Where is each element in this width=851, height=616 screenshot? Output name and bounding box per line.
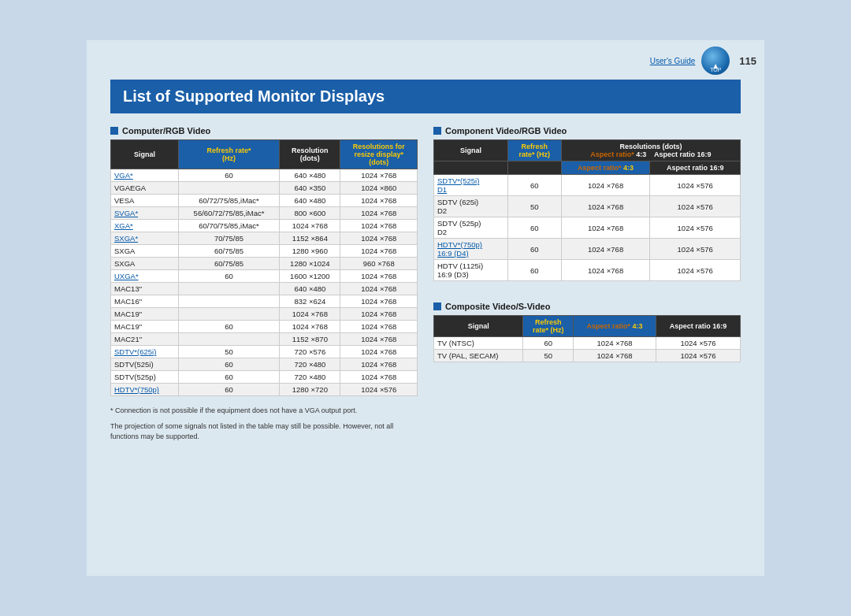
comp-col-refresh: Refreshrate* (Hz)	[507, 140, 561, 161]
csv-col-signal: Signal	[434, 316, 523, 337]
component-rgb-table: Signal Refreshrate* (Hz) Resolutions (do…	[433, 139, 741, 281]
main-content: Computer/RGB Video Signal Refresh rate*(…	[110, 126, 741, 443]
col-refresh: Refresh rate*(Hz)	[178, 140, 279, 169]
csv-col-43: Aspect ratio* 4:3	[574, 316, 656, 337]
composite-svideo-title: Composite Video/S-Video	[433, 302, 741, 311]
component-rgb-section: Component Video/RGB Video Signal Refresh…	[433, 126, 741, 291]
csv-col-refresh: Refreshrate* (Hz)	[523, 316, 574, 337]
comp-col-43: Aspect ratio* 4:3	[561, 161, 650, 175]
comp-col-169: Aspect ratio 16:9	[650, 161, 741, 175]
top-icon[interactable]: TOP	[701, 46, 730, 75]
composite-svideo-table: Signal Refreshrate* (Hz) Aspect ratio* 4…	[433, 315, 741, 362]
component-rgb-title: Component Video/RGB Video	[433, 126, 741, 135]
csv-col-169: Aspect ratio 16:9	[656, 316, 741, 337]
col-signal: Signal	[111, 140, 179, 169]
col-resize: Resolutions forresize display*(dots)	[340, 140, 418, 169]
page-title: List of Supported Monitor Displays	[110, 80, 741, 113]
right-column: Component Video/RGB Video Signal Refresh…	[433, 126, 741, 372]
computer-rgb-table: Signal Refresh rate*(Hz) Resolution(dots…	[110, 139, 418, 396]
top-right-area: User's Guide TOP 115	[650, 46, 756, 75]
users-guide-link[interactable]: User's Guide	[650, 57, 696, 65]
page-number: 115	[739, 55, 756, 67]
comp-col-resolutions: Resolutions (dots) Aspect ratio* 4:3 Asp…	[561, 140, 740, 161]
footnote1: * Connection is not possible if the equi…	[110, 406, 418, 417]
top-label: TOP	[710, 67, 721, 72]
page: User's Guide TOP 115 List of Supported M…	[87, 40, 764, 576]
left-column: Computer/RGB Video Signal Refresh rate*(…	[110, 126, 418, 443]
comp-col-signal: Signal	[434, 140, 508, 161]
computer-rgb-title: Computer/RGB Video	[110, 126, 418, 135]
footnote2: The projection of some signals not liste…	[110, 421, 418, 443]
composite-svideo-section: Composite Video/S-Video Signal Refreshra…	[433, 302, 741, 372]
col-resolution: Resolution(dots)	[280, 140, 340, 169]
